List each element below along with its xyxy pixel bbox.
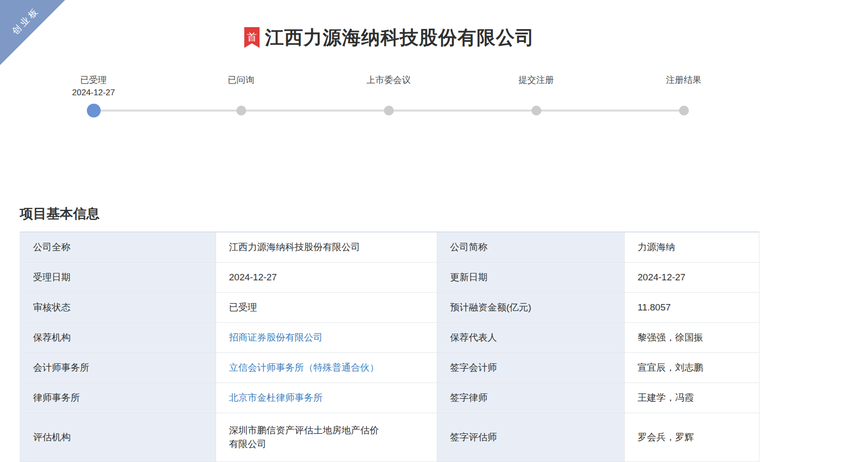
step-date [315, 87, 462, 101]
accounting-firm-link[interactable]: 立信会计师事务所（特殊普通合伙） [229, 362, 379, 373]
field-label: 签字评估师 [437, 413, 625, 462]
table-row-accounting-firm: 会计师事务所 立信会计师事务所（特殊普通合伙） 签字会计师 宣宜辰，刘志鹏 [20, 352, 759, 383]
table-row-valuation-agency: 评估机构 深圳市鹏信资产评估土地房地产估价有限公司 签字评估师 罗会兵，罗辉 [20, 413, 759, 462]
stepper-step-registration-result: 注册结果 [610, 74, 757, 125]
field-label: 公司简称 [437, 232, 625, 262]
step-dot [679, 106, 689, 116]
field-value: 11.8057 [625, 292, 759, 322]
step-date [167, 87, 315, 101]
stepper-step-listing-committee: 上市委会议 [315, 74, 462, 125]
sponsor-link[interactable]: 招商证券股份有限公司 [229, 332, 323, 343]
step-dot [384, 106, 394, 116]
field-label: 会计师事务所 [20, 352, 216, 383]
review-progress-stepper: 已受理 2024-12-27 已问询 上市委会议 提交注册 注册结果 [20, 74, 757, 125]
field-label: 保荐代表人 [437, 322, 625, 352]
field-value: 罗会兵，罗辉 [625, 413, 759, 462]
field-value: 宣宜辰，刘志鹏 [625, 352, 759, 383]
main-content: 首 江西力源海纳科技股份有限公司 已受理 2024-12-27 已问询 上市委会… [0, 25, 779, 462]
step-label: 提交注册 [462, 74, 610, 87]
field-label: 签字律师 [437, 383, 625, 413]
table-row-dates: 受理日期 2024-12-27 更新日期 2024-12-27 [20, 262, 759, 292]
field-value: 力源海纳 [625, 232, 759, 262]
step-date [462, 87, 610, 101]
law-firm-link[interactable]: 北京市金杜律师事务所 [229, 392, 323, 403]
project-basic-info-table: 公司全称 江西力源海纳科技股份有限公司 公司简称 力源海纳 受理日期 2024-… [20, 231, 759, 462]
step-label: 注册结果 [610, 74, 757, 87]
step-label: 上市委会议 [315, 74, 462, 87]
company-title: 江西力源海纳科技股份有限公司 [265, 25, 534, 50]
field-label: 审核状态 [20, 292, 216, 322]
field-value: 已受理 [216, 292, 437, 322]
field-label: 受理日期 [20, 262, 216, 292]
field-label: 评估机构 [20, 413, 216, 462]
stepper-step-inquired: 已问询 [167, 74, 315, 125]
field-label: 签字会计师 [437, 352, 625, 383]
stepper-step-accepted: 已受理 2024-12-27 [20, 74, 167, 125]
field-label: 保荐机构 [20, 322, 216, 352]
first-issue-badge: 首 [244, 27, 260, 48]
table-row-status-financing: 审核状态 已受理 预计融资金额(亿元) 11.8057 [20, 292, 759, 322]
field-value: 黎强强，徐国振 [625, 322, 759, 352]
field-label: 公司全称 [20, 232, 216, 262]
field-value: 王建学，冯霞 [625, 383, 759, 413]
table-row-sponsor: 保荐机构 招商证券股份有限公司 保荐代表人 黎强强，徐国振 [20, 322, 759, 352]
step-date: 2024-12-27 [20, 87, 167, 101]
step-dot-active [87, 104, 101, 117]
step-label: 已受理 [20, 74, 167, 87]
field-value: 江西力源海纳科技股份有限公司 [216, 232, 437, 262]
field-label: 更新日期 [437, 262, 625, 292]
field-value: 2024-12-27 [216, 262, 437, 292]
table-row-law-firm: 律师事务所 北京市金杜律师事务所 签字律师 王建学，冯霞 [20, 383, 759, 413]
section-title-basic-info: 项目基本信息 [20, 204, 779, 224]
page-header: 首 江西力源海纳科技股份有限公司 [0, 25, 779, 50]
table-row-company-name: 公司全称 江西力源海纳科技股份有限公司 公司简称 力源海纳 [20, 232, 759, 262]
field-label: 预计融资金额(亿元) [437, 292, 625, 322]
field-value: 深圳市鹏信资产评估土地房地产估价有限公司 [229, 424, 385, 451]
field-value: 2024-12-27 [625, 262, 759, 292]
step-dot [236, 106, 246, 116]
step-dot [531, 106, 541, 116]
step-date [610, 87, 757, 101]
stepper-step-submit-registration: 提交注册 [462, 74, 610, 125]
step-label: 已问询 [167, 74, 315, 87]
field-label: 律师事务所 [20, 383, 216, 413]
